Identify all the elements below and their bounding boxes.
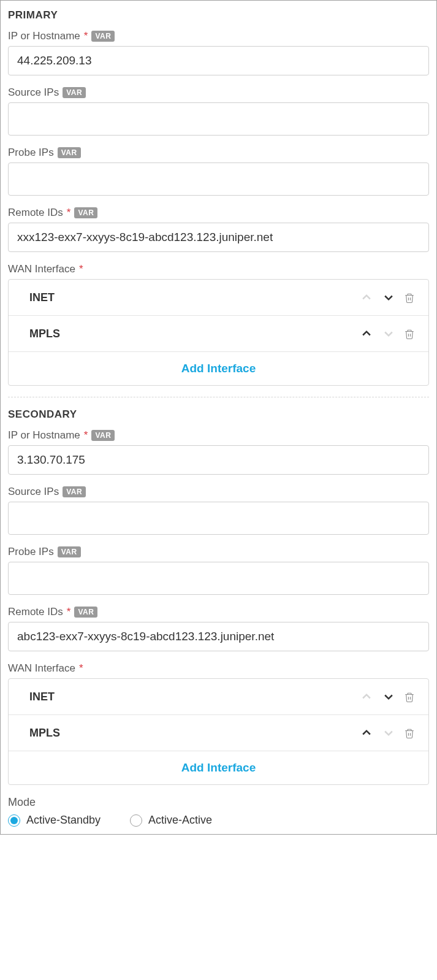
required-asterisk: * bbox=[67, 207, 71, 219]
chevron-down-icon[interactable] bbox=[382, 690, 395, 703]
ip-hostname-label: IP or Hostname bbox=[8, 30, 80, 42]
chevron-down-icon bbox=[382, 327, 395, 340]
secondary-sourceips-input[interactable] bbox=[8, 502, 429, 535]
primary-heading: PRIMARY bbox=[8, 9, 429, 21]
required-asterisk: * bbox=[67, 606, 71, 618]
var-badge[interactable]: VAR bbox=[91, 430, 115, 441]
primary-wan-list: INET MPLS Add Interface bbox=[8, 279, 429, 386]
radio-label: Active-Active bbox=[148, 814, 212, 827]
radio-icon bbox=[130, 814, 142, 827]
wan-interface-label: WAN Interface bbox=[8, 662, 75, 675]
mode-option-active-standby[interactable]: Active-Standby bbox=[8, 814, 101, 827]
var-badge[interactable]: VAR bbox=[74, 607, 97, 618]
ip-hostname-label: IP or Hostname bbox=[8, 429, 80, 442]
section-divider bbox=[8, 397, 429, 397]
primary-remoteids-input[interactable] bbox=[8, 223, 429, 252]
add-interface-link[interactable]: Add Interface bbox=[181, 362, 256, 375]
chevron-up-icon[interactable] bbox=[360, 327, 373, 340]
var-badge[interactable]: VAR bbox=[63, 87, 86, 98]
wan-name: MPLS bbox=[29, 727, 360, 740]
wan-name: MPLS bbox=[29, 327, 360, 340]
wan-row-inet[interactable]: INET bbox=[9, 679, 428, 715]
secondary-probeips-input[interactable] bbox=[8, 562, 429, 595]
wan-interface-label: WAN Interface bbox=[8, 263, 75, 275]
remote-ids-label: Remote IDs bbox=[8, 207, 63, 219]
required-asterisk: * bbox=[79, 263, 83, 275]
mode-label: Mode bbox=[8, 796, 429, 809]
secondary-wan-field: WAN Interface * INET MPLS bbox=[8, 662, 429, 785]
var-badge[interactable]: VAR bbox=[63, 486, 86, 497]
secondary-sourceips-field: Source IPs VAR bbox=[8, 486, 429, 535]
secondary-ip-field: IP or Hostname * VAR bbox=[8, 429, 429, 475]
trash-icon[interactable] bbox=[404, 292, 415, 303]
remote-ids-label: Remote IDs bbox=[8, 606, 63, 618]
primary-probeips-input[interactable] bbox=[8, 163, 429, 196]
secondary-remoteids-field: Remote IDs * VAR bbox=[8, 606, 429, 651]
primary-wan-field: WAN Interface * INET MPLS bbox=[8, 263, 429, 386]
required-asterisk: * bbox=[79, 662, 83, 675]
trash-icon[interactable] bbox=[404, 727, 415, 738]
mode-option-active-active[interactable]: Active-Active bbox=[130, 814, 212, 827]
var-badge[interactable]: VAR bbox=[58, 546, 81, 557]
wan-row-inet[interactable]: INET bbox=[9, 280, 428, 316]
secondary-remoteids-input[interactable] bbox=[8, 622, 429, 651]
required-asterisk: * bbox=[84, 30, 88, 42]
radio-label: Active-Standby bbox=[26, 814, 101, 827]
source-ips-label: Source IPs bbox=[8, 486, 59, 498]
chevron-up-icon bbox=[360, 291, 373, 304]
wan-name: INET bbox=[29, 291, 360, 304]
radio-icon bbox=[8, 814, 20, 827]
wan-row-mpls[interactable]: MPLS bbox=[9, 715, 428, 751]
primary-probeips-field: Probe IPs VAR bbox=[8, 147, 429, 196]
primary-ip-input[interactable] bbox=[8, 46, 429, 75]
var-badge[interactable]: VAR bbox=[91, 31, 115, 42]
add-interface-row: Add Interface bbox=[9, 352, 428, 385]
trash-icon[interactable] bbox=[404, 691, 415, 702]
wan-row-mpls[interactable]: MPLS bbox=[9, 316, 428, 352]
wan-name: INET bbox=[29, 691, 360, 703]
secondary-probeips-field: Probe IPs VAR bbox=[8, 546, 429, 595]
chevron-up-icon[interactable] bbox=[360, 726, 373, 740]
probe-ips-label: Probe IPs bbox=[8, 147, 54, 159]
add-interface-link[interactable]: Add Interface bbox=[181, 761, 256, 774]
primary-sourceips-input[interactable] bbox=[8, 102, 429, 136]
required-asterisk: * bbox=[84, 429, 88, 442]
secondary-heading: SECONDARY bbox=[8, 408, 429, 421]
source-ips-label: Source IPs bbox=[8, 86, 59, 99]
probe-ips-label: Probe IPs bbox=[8, 546, 54, 558]
form-panel: PRIMARY IP or Hostname * VAR Source IPs … bbox=[0, 0, 437, 835]
var-badge[interactable]: VAR bbox=[58, 147, 81, 158]
mode-radio-group: Active-Standby Active-Active bbox=[8, 814, 429, 827]
add-interface-row: Add Interface bbox=[9, 751, 428, 784]
primary-ip-field: IP or Hostname * VAR bbox=[8, 30, 429, 75]
primary-remoteids-field: Remote IDs * VAR bbox=[8, 207, 429, 252]
var-badge[interactable]: VAR bbox=[74, 207, 97, 218]
secondary-wan-list: INET MPLS Add Interface bbox=[8, 678, 429, 785]
chevron-up-icon bbox=[360, 690, 373, 703]
chevron-down-icon[interactable] bbox=[382, 291, 395, 304]
chevron-down-icon bbox=[382, 726, 395, 740]
primary-sourceips-field: Source IPs VAR bbox=[8, 86, 429, 136]
mode-field: Mode Active-Standby Active-Active bbox=[8, 796, 429, 827]
trash-icon[interactable] bbox=[404, 328, 415, 339]
secondary-ip-input[interactable] bbox=[8, 445, 429, 475]
